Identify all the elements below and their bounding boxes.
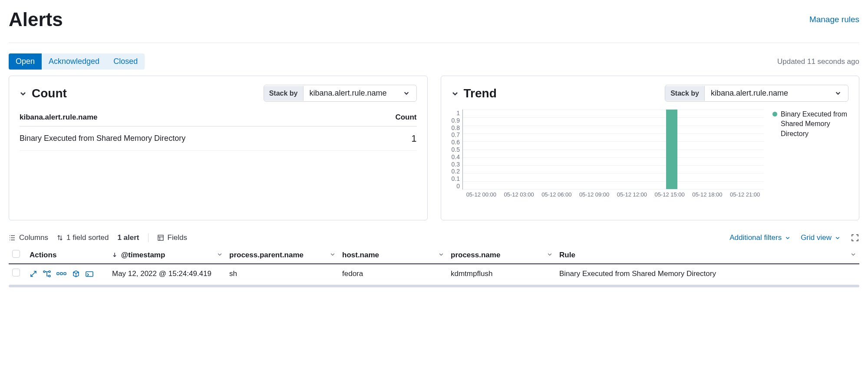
analyzer-icon[interactable] xyxy=(43,270,51,278)
chevron-down-icon[interactable] xyxy=(452,90,459,97)
svg-point-9 xyxy=(43,271,45,273)
timeline-icon[interactable] xyxy=(85,270,94,278)
count-panel: Count Stack by kibana.alert.rule.name ki… xyxy=(9,76,428,220)
stack-by-value: kibana.alert.rule.name xyxy=(310,89,387,98)
count-row[interactable]: Binary Executed from Shared Memory Direc… xyxy=(20,126,417,151)
horizontal-scrollbar[interactable] xyxy=(9,285,859,287)
cell-timestamp: May 12, 2022 @ 15:24:49.419 xyxy=(109,264,226,283)
count-column-name: kibana.alert.rule.name xyxy=(20,113,98,122)
updated-status: Updated 11 seconds ago xyxy=(777,57,859,66)
additional-filters-button[interactable]: Additional filters xyxy=(729,233,790,242)
chevron-down-icon xyxy=(835,90,842,97)
svg-rect-15 xyxy=(86,272,93,276)
count-row-value: 1 xyxy=(411,133,416,144)
cube-icon[interactable] xyxy=(72,270,80,278)
col-process-parent-name[interactable]: process.parent.name xyxy=(226,246,339,264)
svg-rect-6 xyxy=(158,235,163,240)
stack-by-label: Stack by xyxy=(665,86,705,101)
filters-label: Additional filters xyxy=(729,233,782,242)
legend-label: Binary Executed from Shared Memory Direc… xyxy=(781,110,848,139)
cell-rule: Binary Executed from Shared Memory Direc… xyxy=(556,264,859,283)
col-host-name[interactable]: host.name xyxy=(339,246,447,264)
svg-rect-13 xyxy=(60,273,63,275)
table-row[interactable]: May 12, 2022 @ 15:24:49.419 sh fedora kd… xyxy=(9,264,859,283)
tab-open[interactable]: Open xyxy=(9,53,42,70)
tab-acknowledged[interactable]: Acknowledged xyxy=(42,53,106,70)
trend-panel: Trend Stack by kibana.alert.rule.name 10… xyxy=(441,76,860,220)
fullscreen-icon[interactable] xyxy=(851,233,859,242)
sort-button[interactable]: 1 field sorted xyxy=(57,233,109,242)
sort-label: 1 field sorted xyxy=(66,233,109,242)
chevron-down-icon[interactable] xyxy=(20,90,26,97)
count-stack-by-select[interactable]: Stack by kibana.alert.rule.name xyxy=(264,85,417,102)
columns-label: Columns xyxy=(19,233,48,242)
tab-closed[interactable]: Closed xyxy=(106,53,145,70)
count-title: Count xyxy=(32,87,67,100)
cell-process-parent-name: sh xyxy=(226,264,339,283)
svg-point-11 xyxy=(49,275,50,277)
legend-swatch xyxy=(772,112,777,116)
status-tabs: Open Acknowledged Closed xyxy=(9,53,145,70)
svg-rect-14 xyxy=(64,273,66,275)
row-checkbox[interactable] xyxy=(12,269,20,276)
grid-view-button[interactable]: Grid view xyxy=(801,233,840,242)
legend-item[interactable]: Binary Executed from Shared Memory Direc… xyxy=(772,110,848,139)
col-process-name[interactable]: process.name xyxy=(447,246,556,264)
trend-stack-by-select[interactable]: Stack by kibana.alert.rule.name xyxy=(665,85,848,102)
plot-area xyxy=(462,110,764,190)
grid-view-label: Grid view xyxy=(801,233,832,242)
columns-button[interactable]: Columns xyxy=(9,233,48,242)
session-icon[interactable] xyxy=(56,270,67,278)
col-rule[interactable]: Rule xyxy=(556,246,859,264)
trend-chart: 10.90.80.70.60.50.40.30.20.10 05-12 00:0… xyxy=(452,110,764,210)
trend-title: Trend xyxy=(464,87,497,100)
y-axis: 10.90.80.70.60.50.40.30.20.10 xyxy=(452,110,462,190)
fields-button[interactable]: Fields xyxy=(157,233,187,242)
cell-process-name: kdmtmpflush xyxy=(447,264,556,283)
separator xyxy=(148,233,149,242)
x-axis: 05-12 00:0005-12 03:0005-12 06:0005-12 0… xyxy=(462,191,764,204)
manage-rules-link[interactable]: Manage rules xyxy=(809,15,859,24)
cell-host-name: fedora xyxy=(339,264,447,283)
svg-point-10 xyxy=(49,271,50,273)
stack-by-value: kibana.alert.rule.name xyxy=(711,89,788,98)
alert-count: 1 alert xyxy=(117,233,139,242)
fields-label: Fields xyxy=(168,233,187,242)
svg-rect-12 xyxy=(57,273,59,275)
count-column-count: Count xyxy=(395,113,416,122)
chart-legend: Binary Executed from Shared Memory Direc… xyxy=(772,110,848,210)
col-actions: Actions xyxy=(26,246,109,264)
stack-by-label: Stack by xyxy=(264,86,304,101)
page-title: Alerts xyxy=(9,9,63,30)
count-row-name: Binary Executed from Shared Memory Direc… xyxy=(20,133,185,144)
col-timestamp[interactable]: @timestamp xyxy=(109,246,226,264)
expand-icon[interactable] xyxy=(30,270,37,278)
select-all-checkbox[interactable] xyxy=(12,250,20,258)
chevron-down-icon xyxy=(403,90,410,97)
